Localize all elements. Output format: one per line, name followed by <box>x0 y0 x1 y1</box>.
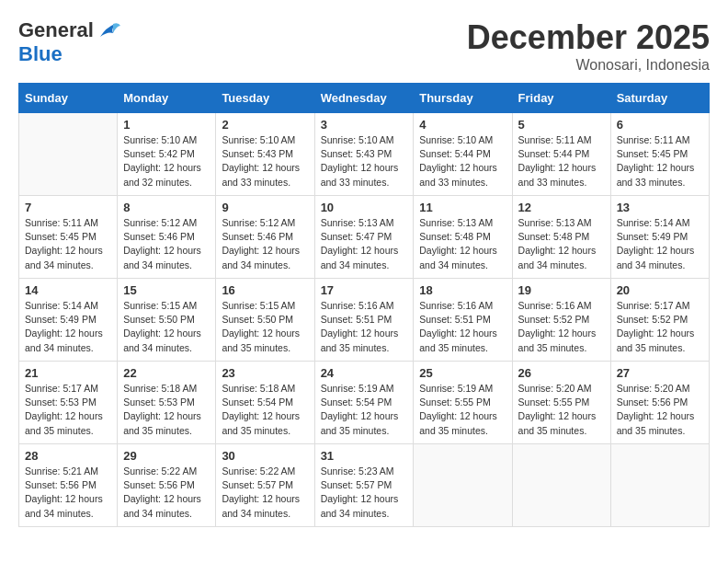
day-number: 28 <box>25 449 111 463</box>
day-number: 7 <box>25 201 111 214</box>
day-info: Sunrise: 5:11 AM Sunset: 5:44 PM Dayligh… <box>518 133 605 190</box>
day-number: 23 <box>222 366 308 380</box>
day-info: Sunrise: 5:22 AM Sunset: 5:56 PM Dayligh… <box>123 465 210 521</box>
day-header-wednesday: Wednesday <box>314 84 414 113</box>
day-number: 1 <box>123 118 210 132</box>
day-info: Sunrise: 5:14 AM Sunset: 5:49 PM Dayligh… <box>25 299 111 355</box>
day-number: 27 <box>617 366 703 380</box>
calendar-cell: 24Sunrise: 5:19 AM Sunset: 5:54 PM Dayli… <box>314 362 414 444</box>
calendar-cell: 30Sunrise: 5:22 AM Sunset: 5:57 PM Dayli… <box>216 444 314 527</box>
day-info: Sunrise: 5:13 AM Sunset: 5:48 PM Dayligh… <box>518 216 605 272</box>
calendar-cell <box>414 444 512 527</box>
day-info: Sunrise: 5:13 AM Sunset: 5:48 PM Dayligh… <box>419 216 506 272</box>
calendar-cell: 6Sunrise: 5:11 AM Sunset: 5:45 PM Daylig… <box>610 113 709 196</box>
day-header-saturday: Saturday <box>610 84 709 113</box>
day-number: 4 <box>419 118 506 132</box>
calendar-cell: 5Sunrise: 5:11 AM Sunset: 5:44 PM Daylig… <box>512 113 610 196</box>
logo-general-text: General <box>18 18 94 42</box>
day-number: 12 <box>518 201 605 214</box>
day-number: 11 <box>419 201 506 214</box>
calendar-header-row: SundayMondayTuesdayWednesdayThursdayFrid… <box>19 84 710 113</box>
day-number: 15 <box>123 283 210 297</box>
calendar-cell: 26Sunrise: 5:20 AM Sunset: 5:55 PM Dayli… <box>512 362 610 444</box>
day-info: Sunrise: 5:18 AM Sunset: 5:54 PM Dayligh… <box>222 382 308 438</box>
day-info: Sunrise: 5:21 AM Sunset: 5:56 PM Dayligh… <box>25 465 111 521</box>
day-number: 19 <box>518 283 605 297</box>
calendar-cell <box>512 444 610 527</box>
day-info: Sunrise: 5:17 AM Sunset: 5:52 PM Dayligh… <box>617 299 703 355</box>
day-number: 31 <box>321 449 408 463</box>
day-number: 20 <box>617 283 703 297</box>
location-subtitle: Wonosari, Indonesia <box>467 57 710 74</box>
day-number: 22 <box>123 366 210 380</box>
day-info: Sunrise: 5:20 AM Sunset: 5:55 PM Dayligh… <box>518 382 605 438</box>
calendar-cell: 10Sunrise: 5:13 AM Sunset: 5:47 PM Dayli… <box>314 196 414 279</box>
calendar-cell: 27Sunrise: 5:20 AM Sunset: 5:56 PM Dayli… <box>610 362 709 444</box>
day-info: Sunrise: 5:23 AM Sunset: 5:57 PM Dayligh… <box>321 465 408 521</box>
calendar-cell: 3Sunrise: 5:10 AM Sunset: 5:43 PM Daylig… <box>314 113 414 196</box>
calendar-cell: 23Sunrise: 5:18 AM Sunset: 5:54 PM Dayli… <box>216 362 314 444</box>
calendar-table: SundayMondayTuesdayWednesdayThursdayFrid… <box>18 83 710 527</box>
calendar-cell: 15Sunrise: 5:15 AM Sunset: 5:50 PM Dayli… <box>118 279 216 362</box>
day-number: 13 <box>617 201 703 214</box>
day-number: 8 <box>123 201 210 214</box>
day-number: 14 <box>25 283 111 297</box>
calendar-cell: 31Sunrise: 5:23 AM Sunset: 5:57 PM Dayli… <box>314 444 414 527</box>
calendar-cell: 8Sunrise: 5:12 AM Sunset: 5:46 PM Daylig… <box>118 196 216 279</box>
calendar-cell: 2Sunrise: 5:10 AM Sunset: 5:43 PM Daylig… <box>216 113 314 196</box>
day-number: 25 <box>419 366 506 380</box>
day-info: Sunrise: 5:13 AM Sunset: 5:47 PM Dayligh… <box>321 216 408 272</box>
day-header-friday: Friday <box>512 84 610 113</box>
day-info: Sunrise: 5:11 AM Sunset: 5:45 PM Dayligh… <box>617 133 703 190</box>
calendar-cell: 22Sunrise: 5:18 AM Sunset: 5:53 PM Dayli… <box>118 362 216 444</box>
day-info: Sunrise: 5:10 AM Sunset: 5:44 PM Dayligh… <box>419 133 506 190</box>
calendar-cell <box>610 444 709 527</box>
day-info: Sunrise: 5:11 AM Sunset: 5:45 PM Dayligh… <box>25 216 111 272</box>
calendar-week-row: 7Sunrise: 5:11 AM Sunset: 5:45 PM Daylig… <box>19 196 710 279</box>
day-info: Sunrise: 5:20 AM Sunset: 5:56 PM Dayligh… <box>617 382 703 438</box>
day-number: 21 <box>25 366 111 380</box>
day-number: 30 <box>222 449 308 463</box>
calendar-cell: 17Sunrise: 5:16 AM Sunset: 5:51 PM Dayli… <box>314 279 414 362</box>
logo: General Blue <box>18 18 122 66</box>
day-number: 2 <box>222 118 308 132</box>
day-info: Sunrise: 5:16 AM Sunset: 5:51 PM Dayligh… <box>321 299 408 355</box>
day-number: 9 <box>222 201 308 214</box>
day-info: Sunrise: 5:17 AM Sunset: 5:53 PM Dayligh… <box>25 382 111 438</box>
day-info: Sunrise: 5:12 AM Sunset: 5:46 PM Dayligh… <box>123 216 210 272</box>
calendar-cell: 19Sunrise: 5:16 AM Sunset: 5:52 PM Dayli… <box>512 279 610 362</box>
calendar-cell: 14Sunrise: 5:14 AM Sunset: 5:49 PM Dayli… <box>19 279 118 362</box>
day-info: Sunrise: 5:10 AM Sunset: 5:43 PM Dayligh… <box>222 133 308 190</box>
day-number: 3 <box>321 118 408 132</box>
calendar-cell: 1Sunrise: 5:10 AM Sunset: 5:42 PM Daylig… <box>118 113 216 196</box>
calendar-cell: 20Sunrise: 5:17 AM Sunset: 5:52 PM Dayli… <box>610 279 709 362</box>
day-number: 17 <box>321 283 408 297</box>
calendar-cell: 28Sunrise: 5:21 AM Sunset: 5:56 PM Dayli… <box>19 444 118 527</box>
calendar-cell <box>19 113 118 196</box>
day-info: Sunrise: 5:18 AM Sunset: 5:53 PM Dayligh… <box>123 382 210 438</box>
day-number: 26 <box>518 366 605 380</box>
calendar-cell: 29Sunrise: 5:22 AM Sunset: 5:56 PM Dayli… <box>118 444 216 527</box>
day-number: 6 <box>617 118 703 132</box>
day-number: 5 <box>518 118 605 132</box>
page-header: General Blue December 2025 Wonosari, Ind… <box>18 18 710 74</box>
logo-blue-text: Blue <box>18 42 63 66</box>
day-info: Sunrise: 5:16 AM Sunset: 5:52 PM Dayligh… <box>518 299 605 355</box>
logo-bird-icon <box>97 20 122 40</box>
calendar-week-row: 28Sunrise: 5:21 AM Sunset: 5:56 PM Dayli… <box>19 444 710 527</box>
day-info: Sunrise: 5:19 AM Sunset: 5:55 PM Dayligh… <box>419 382 506 438</box>
calendar-week-row: 1Sunrise: 5:10 AM Sunset: 5:42 PM Daylig… <box>19 113 710 196</box>
calendar-cell: 25Sunrise: 5:19 AM Sunset: 5:55 PM Dayli… <box>414 362 512 444</box>
day-number: 24 <box>321 366 408 380</box>
calendar-cell: 7Sunrise: 5:11 AM Sunset: 5:45 PM Daylig… <box>19 196 118 279</box>
calendar-cell: 12Sunrise: 5:13 AM Sunset: 5:48 PM Dayli… <box>512 196 610 279</box>
day-header-sunday: Sunday <box>19 84 118 113</box>
calendar-cell: 21Sunrise: 5:17 AM Sunset: 5:53 PM Dayli… <box>19 362 118 444</box>
day-info: Sunrise: 5:10 AM Sunset: 5:43 PM Dayligh… <box>321 133 408 190</box>
title-section: December 2025 Wonosari, Indonesia <box>467 18 710 74</box>
day-info: Sunrise: 5:10 AM Sunset: 5:42 PM Dayligh… <box>123 133 210 190</box>
day-info: Sunrise: 5:15 AM Sunset: 5:50 PM Dayligh… <box>123 299 210 355</box>
day-info: Sunrise: 5:12 AM Sunset: 5:46 PM Dayligh… <box>222 216 308 272</box>
day-info: Sunrise: 5:22 AM Sunset: 5:57 PM Dayligh… <box>222 465 308 521</box>
calendar-cell: 11Sunrise: 5:13 AM Sunset: 5:48 PM Dayli… <box>414 196 512 279</box>
